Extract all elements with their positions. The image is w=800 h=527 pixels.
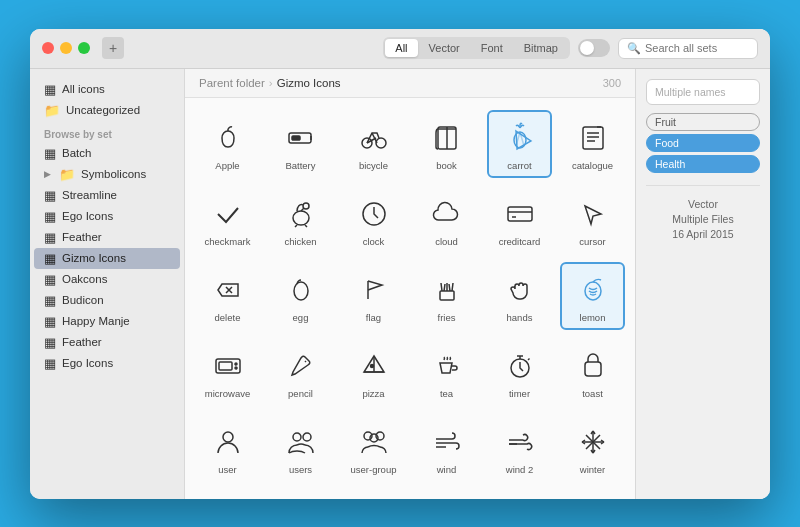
icon-cell-microwave[interactable]: microwave xyxy=(195,338,260,406)
pizza-label: pizza xyxy=(362,388,384,399)
tab-bitmap[interactable]: Bitmap xyxy=(514,39,568,57)
close-button[interactable] xyxy=(42,42,54,54)
folder-icon-happy-manje: ▦ xyxy=(44,314,56,329)
icon-cell-user-group[interactable]: user-group xyxy=(341,414,406,482)
sidebar-item-streamline[interactable]: ▦ Streamline xyxy=(34,185,180,206)
tab-font[interactable]: Font xyxy=(471,39,513,57)
icon-cell-apple[interactable]: Apple xyxy=(195,110,260,178)
sidebar-item-symbolicons[interactable]: ▶ 📁 Symbolicons xyxy=(34,164,180,185)
tag-food[interactable]: Food xyxy=(646,134,760,152)
sidebar-section-label: Browse by set xyxy=(30,121,184,143)
sidebar-item-ego-icons[interactable]: ▦ Ego Icons xyxy=(34,206,180,227)
icon-cell-pencil[interactable]: pencil xyxy=(268,338,333,406)
cursor-icon xyxy=(575,196,611,232)
chicken-icon xyxy=(283,196,319,232)
icon-cell-carrot[interactable]: carrot xyxy=(487,110,552,178)
flag-icon xyxy=(356,272,392,308)
icon-cell-flag[interactable]: flag xyxy=(341,262,406,330)
sidebar-item-feather1[interactable]: ▦ Feather xyxy=(34,227,180,248)
toast-icon xyxy=(575,348,611,384)
folder-icon-ego: ▦ xyxy=(44,209,56,224)
egg-icon xyxy=(283,272,319,308)
icon-cell-hands[interactable]: hands xyxy=(487,262,552,330)
icon-cell-checkmark[interactable]: checkmark xyxy=(195,186,260,254)
icon-cell-delete[interactable]: delete xyxy=(195,262,260,330)
pizza-icon xyxy=(356,348,392,384)
tag-fruit[interactable]: Fruit xyxy=(646,113,760,131)
svg-rect-10 xyxy=(508,207,532,221)
sidebar-label-all-icons: All icons xyxy=(62,83,105,95)
cursor-label: cursor xyxy=(579,236,605,247)
svg-point-3 xyxy=(376,138,386,148)
fries-icon xyxy=(429,272,465,308)
sidebar: ▦ All icons 📁 Uncategorized Browse by se… xyxy=(30,69,185,499)
search-input[interactable] xyxy=(645,42,749,54)
icon-cell-chicken[interactable]: chicken xyxy=(268,186,333,254)
sidebar-label-budicon: Budicon xyxy=(62,294,104,306)
sidebar-item-ego-icons2[interactable]: ▦ Ego Icons xyxy=(34,353,180,374)
icon-cell-catalogue[interactable]: catalogue xyxy=(560,110,625,178)
icon-cell-book[interactable]: book xyxy=(414,110,479,178)
filter-tabs: All Vector Font Bitmap xyxy=(383,37,570,59)
sidebar-item-happy-manje[interactable]: ▦ Happy Manje xyxy=(34,311,180,332)
creditcard-icon xyxy=(502,196,538,232)
sidebar-item-batch[interactable]: ▦ Batch xyxy=(34,143,180,164)
toggle-button[interactable] xyxy=(578,39,610,57)
tab-all[interactable]: All xyxy=(385,39,417,57)
icon-cell-cursor[interactable]: cursor xyxy=(560,186,625,254)
icon-cell-winter[interactable]: winter xyxy=(560,414,625,482)
icon-cell-battery[interactable]: Battery xyxy=(268,110,333,178)
tea-label: tea xyxy=(440,388,453,399)
sidebar-item-uncategorized[interactable]: 📁 Uncategorized xyxy=(34,100,180,121)
catalogue-icon xyxy=(575,120,611,156)
icon-cell-tea[interactable]: tea xyxy=(414,338,479,406)
cloud-label: cloud xyxy=(435,236,458,247)
svg-point-16 xyxy=(235,363,237,365)
icon-cell-toast[interactable]: toast xyxy=(560,338,625,406)
icon-cell-lemon[interactable]: lemon xyxy=(560,262,625,330)
icon-cell-fries[interactable]: fries xyxy=(414,262,479,330)
sidebar-label-streamline: Streamline xyxy=(62,189,117,201)
sidebar-item-gizmo-icons[interactable]: ▦ Gizmo Icons xyxy=(34,248,180,269)
tag-health[interactable]: Health xyxy=(646,155,760,173)
icon-cell-cloud[interactable]: cloud xyxy=(414,186,479,254)
icon-cell-pizza[interactable]: pizza xyxy=(341,338,406,406)
user-icon xyxy=(210,424,246,460)
icon-cell-bicycle[interactable]: bicycle xyxy=(341,110,406,178)
meta-date: 16 April 2015 xyxy=(646,228,760,240)
microwave-icon xyxy=(210,348,246,384)
maximize-button[interactable] xyxy=(78,42,90,54)
minimize-button[interactable] xyxy=(60,42,72,54)
svg-rect-15 xyxy=(219,362,232,370)
sidebar-item-budicon[interactable]: ▦ Budicon xyxy=(34,290,180,311)
icon-cell-users[interactable]: users xyxy=(268,414,333,482)
svg-point-7 xyxy=(293,211,309,225)
add-button[interactable]: + xyxy=(102,37,124,59)
clock-label: clock xyxy=(363,236,385,247)
lemon-icon xyxy=(575,272,611,308)
panel-count: 300 xyxy=(603,77,621,89)
sidebar-label-feather2: Feather xyxy=(62,336,102,348)
sidebar-item-all-icons[interactable]: ▦ All icons xyxy=(34,79,180,100)
icon-cell-creditcard[interactable]: creditcard xyxy=(487,186,552,254)
battery-label: Battery xyxy=(285,160,315,171)
bicycle-icon xyxy=(356,120,392,156)
icon-cell-wind[interactable]: wind xyxy=(414,414,479,482)
folder-icon-feather2: ▦ xyxy=(44,335,56,350)
svg-point-11 xyxy=(294,282,308,300)
sidebar-label-feather1: Feather xyxy=(62,231,102,243)
icon-cell-wind2[interactable]: wind 2 xyxy=(487,414,552,482)
sidebar-item-feather2[interactable]: ▦ Feather xyxy=(34,332,180,353)
sidebar-item-oakcons[interactable]: ▦ Oakcons xyxy=(34,269,180,290)
icon-cell-egg[interactable]: egg xyxy=(268,262,333,330)
titlebar: + All Vector Font Bitmap 🔍 xyxy=(30,29,770,69)
svg-rect-12 xyxy=(440,291,454,300)
icon-cell-timer[interactable]: timer xyxy=(487,338,552,406)
svg-rect-1 xyxy=(292,136,300,140)
icon-cell-user[interactable]: user xyxy=(195,414,260,482)
icon-cell-clock[interactable]: clock xyxy=(341,186,406,254)
tab-vector[interactable]: Vector xyxy=(419,39,470,57)
tea-icon xyxy=(429,348,465,384)
folder-icon-streamline: ▦ xyxy=(44,188,56,203)
wind2-label: wind 2 xyxy=(506,464,533,475)
